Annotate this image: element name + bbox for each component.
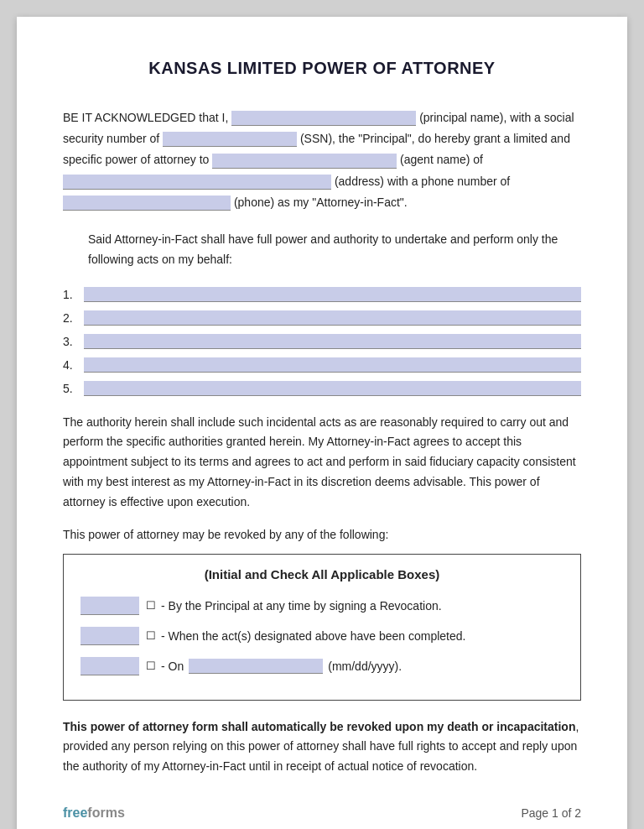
item-field-2[interactable] [84, 310, 581, 326]
ssn-field[interactable] [163, 132, 297, 147]
initial-field-1[interactable] [80, 597, 139, 615]
initial-field-3[interactable] [80, 657, 139, 675]
intro-text-6: (phone) as my "Attorney-in-Fact". [234, 196, 408, 209]
document-title: KANSAS LIMITED POWER OF ATTORNEY [63, 59, 581, 78]
item-number: 3. [63, 335, 84, 348]
intro-text-1: BE IT ACKNOWLEDGED that I, [63, 111, 228, 124]
item-number: 2. [63, 311, 84, 325]
address-field[interactable] [63, 175, 331, 190]
intro-text-5: (address) with a phone number of [335, 175, 510, 188]
intro-text-4: (agent name) of [400, 153, 483, 166]
brand-free: free [63, 806, 87, 820]
authority-text: Said Attorney-in-Fact shall have full po… [88, 230, 581, 270]
date-field[interactable] [189, 659, 323, 674]
row1-text: - By the Principal at any time by signin… [161, 599, 442, 613]
phone-field[interactable] [63, 196, 231, 211]
checkbox-2[interactable]: ☐ [146, 629, 156, 642]
list-item: 2. [63, 310, 581, 326]
initial-row-3: ☐ - On (mm/dd/yyyy). [80, 657, 564, 675]
initial-row-2: ☐ - When the act(s) designated above hav… [80, 627, 564, 645]
item-number: 5. [63, 382, 84, 395]
brand-forms: forms [87, 806, 124, 820]
item-number: 4. [63, 358, 84, 372]
page-number: Page 1 of 2 [521, 806, 581, 820]
numbered-list: 1. 2. 3. 4. 5. [63, 287, 581, 396]
document-page: KANSAS LIMITED POWER OF ATTORNEY BE IT A… [17, 17, 627, 829]
list-item: 5. [63, 381, 581, 396]
item-field-4[interactable] [84, 357, 581, 373]
revoke-intro: This power of attorney may be revoked by… [63, 528, 581, 541]
footer: freeforms Page 1 of 2 [63, 806, 581, 821]
item-field-3[interactable] [84, 334, 581, 349]
initial-check-box: (Initial and Check All Applicable Boxes)… [63, 554, 581, 701]
brand-logo: freeforms [63, 806, 125, 821]
row3-suffix: (mm/dd/yyyy). [328, 660, 402, 673]
intro-block: BE IT ACKNOWLEDGED that I, (principal na… [63, 107, 581, 213]
item-number: 1. [63, 288, 84, 301]
bold-paragraph: This power of attorney form shall automa… [63, 717, 581, 777]
body-paragraph: The authority herein shall include such … [63, 413, 581, 513]
checkbox-3[interactable]: ☐ [146, 660, 156, 672]
list-item: 1. [63, 287, 581, 302]
row2-text: - When the act(s) designated above have … [161, 629, 465, 643]
bold-label: This power of attorney form shall automa… [63, 720, 575, 733]
list-item: 3. [63, 334, 581, 349]
agent-name-field[interactable] [212, 154, 397, 169]
row3-prefix: - On [161, 660, 184, 673]
initial-box-title: (Initial and Check All Applicable Boxes) [80, 567, 564, 581]
checkbox-1[interactable]: ☐ [146, 599, 156, 612]
initial-field-2[interactable] [80, 627, 139, 645]
item-field-1[interactable] [84, 287, 581, 302]
initial-row-1: ☐ - By the Principal at any time by sign… [80, 597, 564, 615]
principal-name-field[interactable] [231, 111, 416, 126]
item-field-5[interactable] [84, 381, 581, 396]
list-item: 4. [63, 357, 581, 373]
